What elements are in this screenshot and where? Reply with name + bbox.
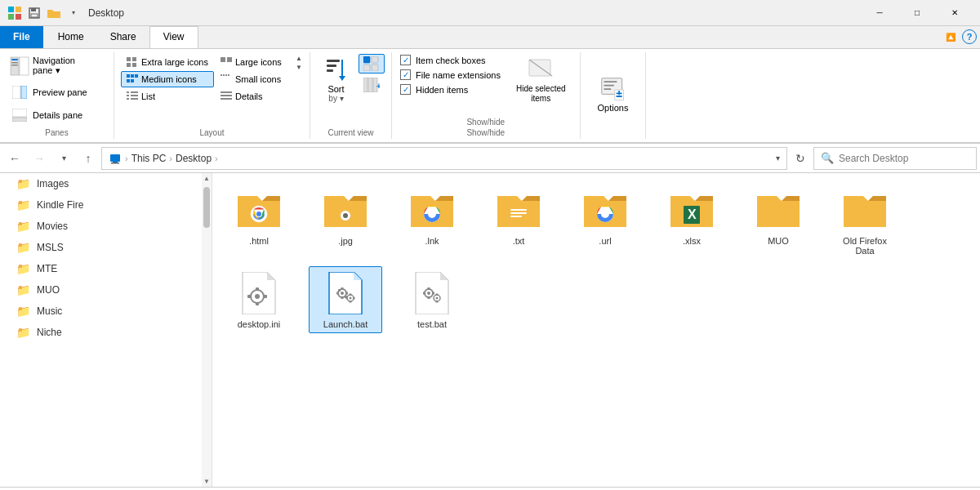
svg-rect-18 <box>127 63 131 67</box>
scroll-thumb <box>203 187 210 228</box>
maximize-button[interactable]: □ <box>898 0 936 26</box>
folder-icon: 📁 <box>16 198 30 212</box>
refresh-button[interactable]: ↻ <box>789 147 812 170</box>
layout-scroll-down[interactable]: ▼ <box>295 63 303 72</box>
small-icons-button[interactable]: Small icons <box>215 71 291 87</box>
sidebar-item-kindle-fire[interactable]: 📁 Kindle Fire <box>0 194 212 216</box>
address-dropdown-button[interactable]: ▾ <box>776 154 780 163</box>
file-item-txt[interactable]: .txt <box>482 183 555 260</box>
svg-rect-40 <box>327 60 340 62</box>
add-columns-button[interactable]: + <box>359 75 385 95</box>
tab-view[interactable]: View <box>149 26 198 48</box>
file-item-xlsx[interactable]: X .xlsx <box>655 183 728 260</box>
breadcrumb-this-pc[interactable]: This PC <box>131 153 167 164</box>
layout-scroll: ▲ ▼ <box>295 54 303 72</box>
svg-rect-24 <box>131 79 134 82</box>
file-name-extensions-checkbox[interactable]: ✓ File name extensions <box>399 69 502 81</box>
forward-button[interactable]: → <box>28 147 51 170</box>
html-folder-label: .html <box>249 236 269 246</box>
svg-rect-11 <box>11 65 18 66</box>
svg-point-72 <box>343 213 348 218</box>
svg-rect-5 <box>31 8 36 11</box>
item-check-boxes-checkbox[interactable]: ✓ Item check boxes <box>399 54 502 66</box>
extra-large-icons-button[interactable]: Extra large icons <box>121 54 214 70</box>
sidebar-item-movies[interactable]: 📁 Movies <box>0 216 212 237</box>
sidebar-item-images[interactable]: 📁 Images <box>0 173 212 194</box>
hide-selected-button[interactable]: Hide selecteditems <box>509 54 573 108</box>
layout-scroll-up[interactable]: ▲ <box>295 54 303 63</box>
back-button[interactable]: ← <box>3 147 26 170</box>
sidebar-item-niche[interactable]: 📁 Niche <box>0 322 212 343</box>
list-button[interactable]: List <box>121 88 214 105</box>
save-icon[interactable] <box>26 5 42 21</box>
svg-rect-9 <box>11 59 18 60</box>
preview-pane-button[interactable]: Preview pane <box>7 82 107 102</box>
navigation-pane-button[interactable]: Navigation pane ▾ <box>7 54 107 78</box>
sidebar-label-images: Images <box>37 178 69 189</box>
sidebar-item-mte[interactable]: 📁 MTE <box>0 258 212 279</box>
details-label: Details <box>235 91 263 101</box>
dropdown-arrow-icon[interactable]: ▾ <box>65 5 82 21</box>
svg-rect-33 <box>220 74 222 76</box>
txt-folder-label: .txt <box>513 236 525 246</box>
breadcrumb-desktop[interactable]: Desktop <box>176 153 212 164</box>
sidebar-item-muo[interactable]: 📁 MUO <box>0 279 212 301</box>
file-item-test-bat[interactable]: test.bat <box>395 266 469 333</box>
minimize-button[interactable]: ─ <box>861 0 898 26</box>
file-item-lnk[interactable]: .lnk <box>395 183 469 260</box>
address-bar[interactable]: › This PC › Desktop › ▾ <box>101 147 787 170</box>
folder-icon: 📁 <box>16 262 30 275</box>
search-input[interactable] <box>839 153 969 164</box>
tab-home[interactable]: Home <box>45 26 97 48</box>
svg-rect-87 <box>264 295 267 298</box>
tab-share[interactable]: Share <box>97 26 149 48</box>
file-item-muo[interactable]: MUO <box>742 183 815 260</box>
bat-file-launch-icon <box>323 270 368 316</box>
navigation-pane-icon <box>10 58 29 74</box>
breadcrumb-sep-1: › <box>125 154 128 163</box>
file-item-desktop-ini[interactable]: desktop.ini <box>222 266 296 333</box>
sidebar-label-muo: MUO <box>37 284 60 296</box>
ribbon: Navigation pane ▾ Preview pane <box>0 49 980 144</box>
ini-file-icon <box>236 270 282 316</box>
tab-file[interactable]: File <box>0 26 43 48</box>
file-item-html[interactable]: .html <box>222 183 296 260</box>
details-pane-button[interactable]: Details pane <box>7 105 107 125</box>
svg-rect-30 <box>131 98 138 100</box>
sort-by-button[interactable]: Sort by ▾ <box>318 54 355 105</box>
sidebar-item-msls[interactable]: 📁 MSLS <box>0 237 212 258</box>
url-folder-icon <box>582 187 628 233</box>
hidden-items-checkbox[interactable]: ✓ Hidden items <box>399 83 502 96</box>
recent-locations-button[interactable]: ▾ <box>52 147 75 170</box>
sidebar-item-music[interactable]: 📁 Music <box>0 301 212 322</box>
ribbon-collapse-button[interactable]: 🔼 <box>939 25 962 48</box>
medium-icons-button[interactable]: Medium icons <box>121 71 214 87</box>
svg-point-83 <box>255 294 260 299</box>
folder-icon: 📁 <box>16 177 30 190</box>
up-button[interactable]: ↑ <box>77 147 100 170</box>
file-item-jpg[interactable]: .jpg <box>309 183 382 260</box>
details-button[interactable]: Details <box>215 88 291 105</box>
file-item-launch-bat[interactable]: Launch.bat <box>309 266 382 333</box>
navigation-bar: ← → ▾ ↑ › This PC › Desktop › ▾ ↻ 🔍 <box>0 144 980 173</box>
xlsx-folder-label: .xlsx <box>683 236 701 246</box>
group-by-button[interactable] <box>359 54 385 74</box>
svg-rect-1 <box>16 7 21 12</box>
breadcrumb-sep-3: › <box>215 154 218 163</box>
preview-pane-label: Preview pane <box>33 87 87 97</box>
file-item-url[interactable]: .url <box>568 183 642 260</box>
svg-rect-29 <box>127 98 129 100</box>
details-pane-icon <box>10 107 29 123</box>
help-button[interactable]: ? <box>962 29 977 44</box>
ini-file-label: desktop.ini <box>238 319 281 329</box>
sidebar-scrollbar[interactable]: ▲ ▼ <box>202 173 212 487</box>
svg-rect-21 <box>131 74 134 78</box>
scroll-down-button[interactable]: ▼ <box>202 476 212 487</box>
options-button[interactable]: Options <box>587 73 639 117</box>
svg-rect-50 <box>368 78 372 92</box>
scroll-up-button[interactable]: ▲ <box>202 173 212 184</box>
close-button[interactable]: ✕ <box>936 0 973 26</box>
svg-rect-46 <box>372 56 378 63</box>
file-item-old-firefox-data[interactable]: Old Firefox Data <box>828 183 902 260</box>
large-icons-button[interactable]: Large icons <box>215 54 291 70</box>
